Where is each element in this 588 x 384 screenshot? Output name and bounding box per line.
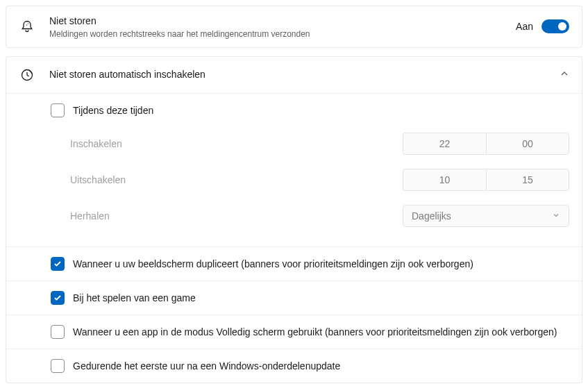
dnd-toggle-group: Aan bbox=[516, 19, 569, 33]
enable-min-field[interactable]: 00 bbox=[486, 133, 569, 155]
auto-enable-card: Niet storen automatisch inschakelen Tijd… bbox=[6, 56, 582, 383]
during-times-label: Tijdens deze tijden bbox=[73, 105, 153, 116]
dnd-toggle-label: Aan bbox=[516, 21, 533, 32]
disable-time-row: Uitschakelen 10 15 bbox=[70, 162, 569, 198]
fullscreen-checkbox[interactable] bbox=[51, 325, 65, 339]
fullscreen-label: Wanneer u een app in de modus Volledig s… bbox=[73, 326, 557, 337]
duplicating-checkbox[interactable] bbox=[51, 257, 65, 271]
repeat-row: Herhalen Dagelijks bbox=[70, 198, 569, 234]
auto-enable-header[interactable]: Niet storen automatisch inschakelen bbox=[6, 57, 582, 93]
gaming-row: Bij het spelen van een game bbox=[6, 281, 582, 315]
repeat-select-value: Dagelijks bbox=[412, 210, 552, 222]
dnd-text: Niet storen Meldingen worden rechtstreek… bbox=[49, 15, 516, 39]
duplicating-label: Wanneer u uw beeldscherm dupliceert (ban… bbox=[73, 258, 473, 269]
chevron-down-icon bbox=[552, 210, 560, 222]
after-update-checkbox[interactable] bbox=[51, 359, 65, 373]
dnd-subtitle: Meldingen worden rechtstreeks naar het m… bbox=[49, 29, 516, 39]
disable-min-field[interactable]: 15 bbox=[486, 169, 569, 191]
after-update-label: Gedurende het eerste uur na een Windows-… bbox=[73, 360, 340, 372]
enable-time-row: Inschakelen 22 00 bbox=[70, 126, 569, 162]
repeat-select[interactable]: Dagelijks bbox=[403, 205, 569, 227]
gaming-label: Bij het spelen van een game bbox=[73, 292, 196, 303]
dnd-row: z z Niet storen Meldingen worden rechtst… bbox=[6, 6, 582, 47]
enable-hour-field[interactable]: 22 bbox=[403, 133, 486, 155]
enable-time-label: Inschakelen bbox=[70, 138, 403, 149]
time-schedule-block: Inschakelen 22 00 Uitschakelen 10 15 Her… bbox=[6, 122, 582, 247]
clock-icon bbox=[19, 68, 35, 82]
dnd-icon: z z bbox=[19, 19, 35, 33]
auto-enable-body: Tijdens deze tijden Inschakelen 22 00 Ui… bbox=[6, 93, 582, 383]
chevron-up-icon bbox=[560, 69, 569, 81]
after-update-row: Gedurende het eerste uur na een Windows-… bbox=[6, 349, 582, 383]
duplicating-row: Wanneer u uw beeldscherm dupliceert (ban… bbox=[6, 247, 582, 281]
disable-hour-field[interactable]: 10 bbox=[403, 169, 486, 191]
do-not-disturb-card: z z Niet storen Meldingen worden rechtst… bbox=[6, 6, 582, 48]
dnd-toggle[interactable] bbox=[541, 19, 569, 33]
svg-text:z: z bbox=[28, 22, 29, 25]
dnd-title: Niet storen bbox=[49, 15, 516, 28]
repeat-label: Herhalen bbox=[70, 210, 403, 222]
during-times-checkbox[interactable] bbox=[51, 103, 65, 117]
disable-time-label: Uitschakelen bbox=[70, 174, 403, 185]
gaming-checkbox[interactable] bbox=[51, 291, 65, 305]
auto-enable-title: Niet storen automatisch inschakelen bbox=[49, 68, 560, 82]
during-times-row: Tijdens deze tijden bbox=[6, 94, 582, 122]
fullscreen-row: Wanneer u een app in de modus Volledig s… bbox=[6, 315, 582, 349]
